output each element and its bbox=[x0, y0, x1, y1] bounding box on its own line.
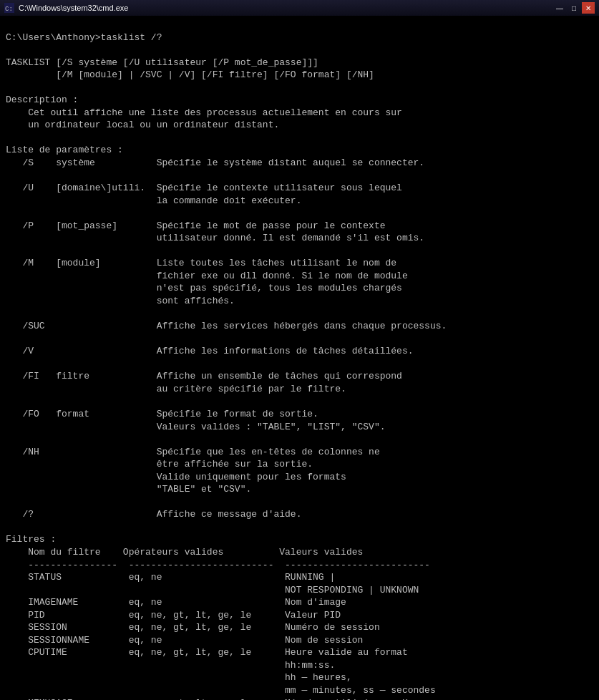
terminal-line: /U [domaine\]utili. Spécifie le contexte… bbox=[6, 182, 593, 195]
terminal-line bbox=[6, 433, 593, 446]
terminal-line: /S système Spécifie le système distant a… bbox=[6, 157, 593, 170]
terminal-line bbox=[6, 132, 593, 145]
terminal-line: Valeurs valides : "TABLE", "LIST", "CSV"… bbox=[6, 421, 593, 434]
window-title: C:\Windows\system32\cmd.exe bbox=[19, 4, 128, 12]
terminal-line: fichier exe ou dll donné. Si le nom de m… bbox=[6, 270, 593, 283]
terminal-line: hh:mm:ss. bbox=[6, 659, 593, 672]
terminal-line: [/M [module] | /SVC | /V] [/FI filtre] [… bbox=[6, 69, 593, 82]
terminal-line: /? Affiche ce message d'aide. bbox=[6, 508, 593, 521]
terminal-line: /M [module] Liste toutes les tâches util… bbox=[6, 257, 593, 270]
minimize-button[interactable]: — bbox=[553, 2, 566, 14]
cmd-window: C: C:\Windows\system32\cmd.exe — □ ✕ C:\… bbox=[0, 0, 599, 700]
terminal-line bbox=[6, 308, 593, 321]
terminal-line: être affichée sur la sortie. bbox=[6, 458, 593, 471]
maximize-button[interactable]: □ bbox=[568, 2, 580, 14]
terminal-line: sont affichés. bbox=[6, 295, 593, 308]
terminal-line bbox=[6, 496, 593, 509]
terminal-line: /P [mot_passe] Spécifie le mot de passe … bbox=[6, 220, 593, 233]
svg-text:C:: C: bbox=[5, 6, 13, 13]
terminal-line: Cet outil affiche une liste des processu… bbox=[6, 107, 593, 120]
terminal-line bbox=[6, 19, 593, 31]
terminal-line: /FI filtre Affiche un ensemble de tâches… bbox=[6, 370, 593, 383]
terminal-line: IMAGENAME eq, ne Nom d'image bbox=[6, 596, 593, 609]
terminal-line: mm — minutes, ss — secondes bbox=[6, 684, 593, 697]
titlebar: C: C:\Windows\system32\cmd.exe — □ ✕ bbox=[0, 0, 599, 16]
terminal-line: /V Affiche les informations de tâches dé… bbox=[6, 345, 593, 358]
terminal-line: Liste de paramètres : bbox=[6, 144, 593, 157]
cmd-icon: C: bbox=[4, 3, 14, 13]
close-button[interactable]: ✕ bbox=[582, 2, 595, 14]
terminal-line: Description : bbox=[6, 94, 593, 107]
terminal-line bbox=[6, 44, 593, 57]
terminal-line: Valide uniquement pour les formats bbox=[6, 471, 593, 484]
terminal-line: hh — heures, bbox=[6, 671, 593, 684]
terminal-line: TASKLIST [/S système [/U utilisateur [/P… bbox=[6, 57, 593, 69]
terminal-line: /SUC Affiche les services hébergés dans … bbox=[6, 320, 593, 333]
terminal-line: Filtres : bbox=[6, 533, 593, 546]
terminal-line: CPUTIME eq, ne, gt, lt, ge, le Heure val… bbox=[6, 646, 593, 659]
terminal-line: /FO format Spécifie le format de sortie. bbox=[6, 408, 593, 421]
terminal-line: la commande doit exécuter. bbox=[6, 195, 593, 208]
terminal-line bbox=[6, 333, 593, 346]
terminal-line: SESSION eq, ne, gt, lt, ge, le Numéro de… bbox=[6, 621, 593, 634]
terminal-line: SESSIONNAME eq, ne Nom de session bbox=[6, 634, 593, 647]
terminal-line bbox=[6, 395, 593, 408]
terminal-line bbox=[6, 207, 593, 220]
terminal-line: C:\Users\Anthony>tasklist /? bbox=[6, 31, 593, 44]
titlebar-controls: — □ ✕ bbox=[553, 2, 595, 14]
terminal-line: ---------------- -----------------------… bbox=[6, 559, 593, 572]
terminal-line: MEMUSAGE eq, ne, gt, lt, ge, le Mémoire … bbox=[6, 697, 593, 700]
terminal-line bbox=[6, 170, 593, 183]
terminal-line bbox=[6, 521, 593, 534]
terminal-line: /NH Spécifie que les en-têtes de colonne… bbox=[6, 446, 593, 459]
terminal-line: NOT RESPONDING | UNKNOWN bbox=[6, 584, 593, 597]
terminal-body[interactable]: C:\Users\Anthony>tasklist /? TASKLIST [/… bbox=[0, 16, 599, 700]
titlebar-left: C: C:\Windows\system32\cmd.exe bbox=[4, 3, 128, 13]
terminal-line bbox=[6, 245, 593, 258]
terminal-line: Nom du filtre Opérateurs valides Valeurs… bbox=[6, 546, 593, 559]
terminal-line: STATUS eq, ne RUNNING | bbox=[6, 571, 593, 584]
terminal-line: PID eq, ne, gt, lt, ge, le Valeur PID bbox=[6, 609, 593, 622]
terminal-line: "TABLE" et "CSV". bbox=[6, 483, 593, 496]
terminal-line: n'est pas spécifié, tous les modules cha… bbox=[6, 282, 593, 295]
terminal-line: au critère spécifié par le filtre. bbox=[6, 383, 593, 396]
terminal-line: un ordinateur local ou un ordinateur dis… bbox=[6, 119, 593, 132]
terminal-line bbox=[6, 82, 593, 94]
terminal-line bbox=[6, 358, 593, 371]
terminal-line: utilisateur donné. Il est demandé s'il e… bbox=[6, 232, 593, 245]
